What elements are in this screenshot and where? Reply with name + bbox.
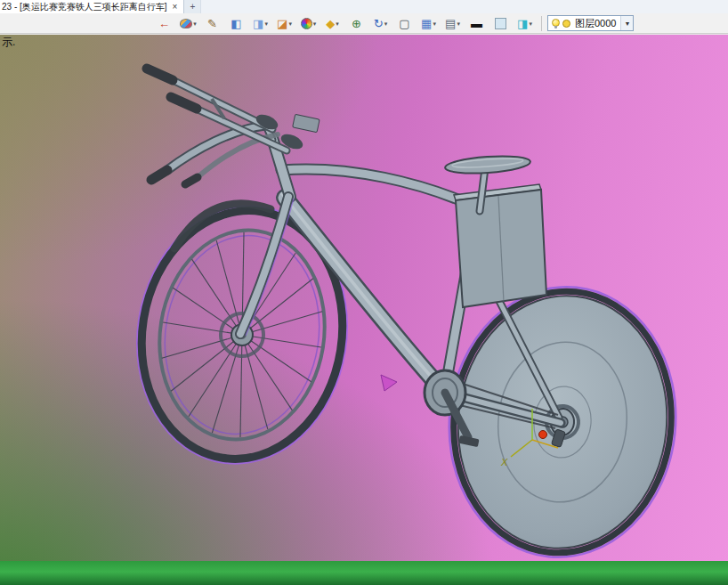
dropdown-arrow-icon[interactable]: ▾ [264, 20, 268, 27]
frame[interactable] [240, 138, 477, 391]
color-wheel-icon[interactable]: ▾ [297, 13, 320, 33]
display-mode-icon-glyph: ◪ [277, 18, 287, 29]
highlighted-part[interactable] [381, 375, 397, 391]
target-icon[interactable]: ⊕ [345, 13, 368, 33]
axis-x-label: X [500, 457, 508, 467]
layer-selector-label: 图层0000 [573, 17, 618, 30]
dropdown-arrow-icon[interactable]: ▾ [193, 20, 197, 27]
main-toolbar: ←▾✎◧◨▾◪▾▾◆▾⊕↻▾▢▦▾▤▾▬◨▾ 图层0000 ▼ [0, 13, 728, 34]
dropdown-arrow-icon[interactable]: ▾ [433, 20, 436, 27]
material-icon-glyph: ◆ [326, 18, 335, 29]
view-cube-icon[interactable]: ◨▾ [514, 13, 536, 33]
render-style-icon-glyph [180, 19, 192, 28]
left-grip [147, 69, 173, 80]
bike-computer [293, 114, 320, 132]
exit-icon[interactable]: ← [153, 13, 175, 33]
screen-display-icon-glyph: ▤ [445, 18, 456, 29]
bike-model[interactable]: X [0, 35, 728, 585]
dropdown-arrow-icon[interactable]: ▾ [313, 20, 317, 27]
dropdown-arrow-icon[interactable]: ▾ [529, 20, 532, 27]
dropdown-arrow-icon[interactable]: ▾ [457, 20, 460, 27]
target-icon-glyph: ⊕ [352, 18, 361, 29]
pen-icon-glyph: ✎ [207, 18, 217, 29]
color-swatch-icon-glyph [495, 18, 506, 29]
surface-cube-icon-glyph: ◨ [253, 18, 263, 29]
solid-cube-icon[interactable]: ◧ [225, 13, 247, 33]
document-tabbar: 23 - [奥运比赛竞赛铁人三项长距离自行车] × + [0, 0, 728, 14]
layer-color-icon [562, 20, 570, 28]
layer-selector[interactable]: 图层0000 ▼ [547, 15, 634, 31]
dropdown-arrow-icon[interactable]: ▾ [288, 20, 292, 27]
screen-display-icon[interactable]: ▤▾ [441, 13, 464, 33]
selection-point[interactable] [539, 431, 547, 439]
storage-box[interactable] [454, 184, 546, 307]
viewport-canvas[interactable]: 示. [0, 35, 728, 585]
frame-select-icon-glyph: ▢ [399, 18, 409, 29]
dropdown-arrow-icon[interactable]: ▾ [384, 20, 388, 27]
solid-cube-icon-glyph: ◧ [231, 18, 241, 29]
line-width-icon-glyph: ▬ [471, 18, 482, 29]
line-width-icon[interactable]: ▬ [465, 13, 488, 33]
app-window: 23 - [奥运比赛竞赛铁人三项长距离自行车] × + ←▾✎◧◨▾◪▾▾◆▾⊕… [0, 0, 728, 585]
tab-close-icon[interactable]: × [172, 2, 179, 12]
dropdown-arrow-icon[interactable]: ▾ [336, 20, 339, 27]
right-grip [171, 97, 197, 109]
pen-icon[interactable]: ✎ [201, 13, 223, 33]
new-tab-button[interactable]: + [184, 0, 201, 13]
color-swatch-icon[interactable] [489, 13, 512, 33]
surface-cube-icon[interactable]: ◨▾ [249, 13, 271, 33]
rotate-view-icon-glyph: ↻ [374, 18, 384, 29]
document-tab-title: 23 - [奥运比赛竞赛铁人三项长距离自行车] [2, 1, 167, 13]
toolbar-separator [541, 16, 542, 31]
grid-plane-icon[interactable]: ▦▾ [417, 13, 440, 33]
grid-plane-icon-glyph: ▦ [421, 18, 432, 29]
frame-select-icon[interactable]: ▢ [393, 13, 416, 33]
color-wheel-icon-glyph [301, 18, 312, 29]
view-cube-icon-glyph: ◨ [517, 18, 528, 29]
toolbar-buttons: ←▾✎◧◨▾◪▾▾◆▾⊕↻▾▢▦▾▤▾▬◨▾ [153, 13, 536, 33]
rotate-view-icon[interactable]: ↻▾ [369, 13, 392, 33]
layer-visibility-bulb-icon[interactable] [552, 19, 560, 27]
display-mode-icon[interactable]: ◪▾ [273, 13, 295, 33]
render-style-icon[interactable]: ▾ [177, 13, 199, 33]
document-tab[interactable]: 23 - [奥运比赛竞赛铁人三项长距离自行车] × [0, 0, 184, 13]
exit-icon-glyph: ← [158, 18, 170, 29]
layer-dropdown-arrow-icon[interactable]: ▼ [620, 16, 633, 30]
material-icon[interactable]: ◆▾ [321, 13, 344, 33]
